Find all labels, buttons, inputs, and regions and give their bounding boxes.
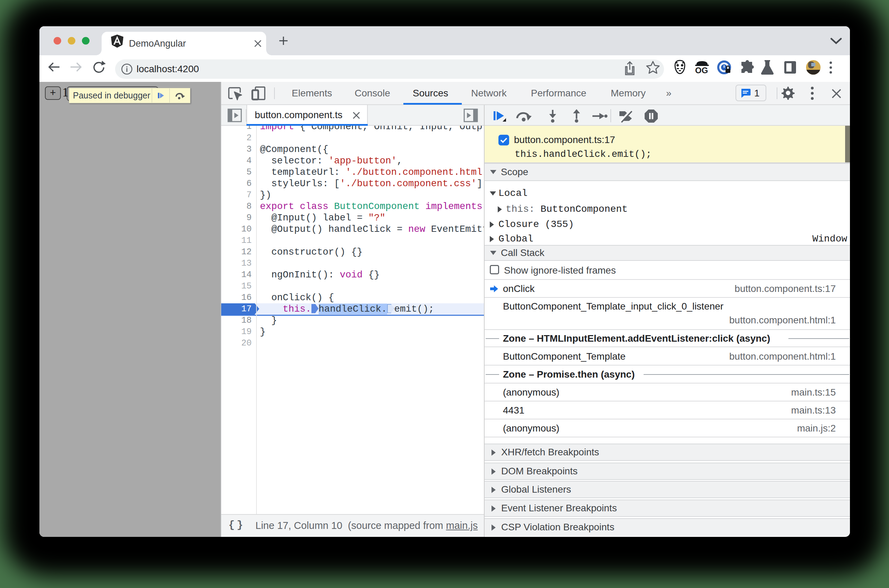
svg-text:OG: OG [695, 66, 708, 75]
